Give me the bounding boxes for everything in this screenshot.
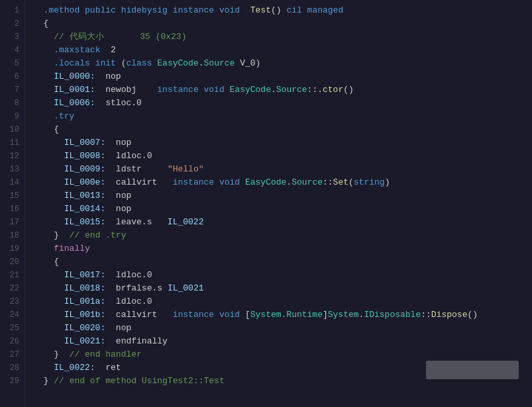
line-number: 13 [0, 163, 25, 176]
line-number: 29 [0, 375, 25, 388]
token: IL_0001: [54, 85, 95, 95]
token: void [219, 310, 240, 320]
token: IL_0018: [64, 283, 105, 293]
token: IL_001a: [64, 296, 105, 306]
token: finally [54, 244, 90, 253]
token: IL_0020: [64, 323, 105, 333]
token: ldstr [116, 164, 142, 174]
token: [ [240, 310, 250, 320]
token [33, 376, 44, 386]
token [95, 363, 106, 373]
token [33, 85, 54, 95]
line-number: 14 [0, 176, 25, 189]
code-line: IL_0007: nop [33, 136, 532, 150]
token [33, 111, 54, 121]
token [105, 336, 116, 346]
token [90, 58, 95, 68]
token [33, 177, 64, 187]
token [136, 85, 157, 95]
code-line: IL_001b: callvirt instance void [System.… [33, 308, 532, 322]
code-line: // 代码大小 35 (0x23) [33, 30, 532, 44]
token [33, 349, 54, 359]
token: class [126, 58, 152, 68]
code-line: { [33, 123, 532, 136]
token: ] [323, 310, 328, 320]
line-number: 16 [0, 203, 25, 216]
token: nop [116, 138, 131, 148]
line-number-gutter: 1234567891011121314151617181920212223242… [0, 0, 25, 407]
token: 2 [100, 45, 115, 55]
token: EasyCode [157, 58, 198, 68]
token: nop [116, 204, 131, 214]
token: . [271, 85, 276, 95]
code-line: IL_000e: callvirt instance void EasyCode… [33, 176, 532, 189]
token: Source [276, 85, 307, 95]
token: instance [173, 5, 214, 15]
token: IL_0022: [54, 363, 95, 373]
token: void [219, 177, 240, 187]
token: void [204, 85, 225, 95]
code-line: IL_0000: nop [33, 70, 532, 83]
token: () [343, 85, 354, 95]
token: V_0) [235, 58, 260, 68]
line-number: 26 [0, 335, 25, 348]
token: callvirt [116, 310, 157, 320]
line-number: 28 [0, 361, 25, 375]
token: init [95, 58, 116, 68]
token [214, 177, 219, 187]
token: EasyCode [245, 177, 286, 187]
token [152, 217, 167, 227]
token: IL_0007: [64, 138, 105, 148]
token: "Hello" [168, 164, 204, 174]
token [33, 164, 64, 174]
token: string [354, 177, 385, 187]
token: ( [116, 58, 127, 68]
line-number: 17 [0, 216, 25, 229]
token [105, 217, 116, 227]
line-number: 21 [0, 269, 25, 282]
token: IL_0021 [168, 283, 204, 293]
token [33, 71, 54, 81]
token [105, 204, 116, 214]
token [302, 5, 307, 15]
token: IL_000e: [64, 177, 105, 187]
token: } [54, 230, 59, 240]
line-number: 27 [0, 348, 25, 361]
token: ldloc.0 [116, 270, 152, 280]
code-line: IL_0020: nop [33, 322, 532, 335]
token: newobj [105, 85, 136, 95]
token [240, 5, 250, 15]
token [105, 283, 116, 293]
token [95, 85, 106, 95]
token [142, 164, 168, 174]
token [105, 191, 116, 201]
code-content[interactable]: .method public hidebysig instance void T… [25, 0, 532, 407]
token: void [219, 5, 240, 15]
token: // end handler [70, 349, 142, 359]
code-line: IL_001a: ldloc.0 [33, 295, 532, 308]
token: { [54, 257, 59, 267]
token [33, 244, 54, 253]
token: EasyCode [230, 85, 271, 95]
code-line: .locals init (class EasyCode.Source V_0) [33, 57, 532, 70]
token [105, 323, 116, 333]
token [33, 323, 64, 333]
token [214, 5, 219, 15]
token [33, 138, 64, 148]
token: nop [105, 71, 121, 81]
token: hidebysig [121, 5, 168, 15]
token [168, 5, 173, 15]
line-number: 1 [0, 4, 25, 17]
token [33, 363, 54, 373]
token: IL_0015: [64, 217, 105, 227]
token [105, 296, 116, 306]
code-line: IL_0009: ldstr "Hello" [33, 163, 532, 176]
token: ( [348, 177, 354, 187]
line-number: 9 [0, 110, 25, 123]
line-number: 15 [0, 189, 25, 203]
token: :: [307, 85, 318, 95]
line-number: 22 [0, 282, 25, 295]
line-number: 23 [0, 295, 25, 308]
token: IL_001b: [64, 310, 105, 320]
token: Source [292, 177, 323, 187]
